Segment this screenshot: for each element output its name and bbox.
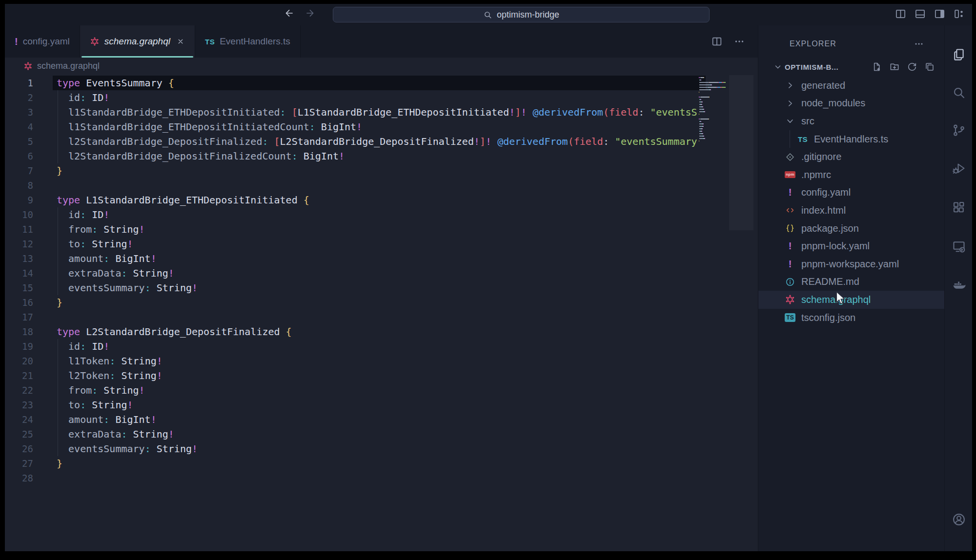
file-node-modules[interactable]: node_modules xyxy=(758,95,945,113)
code-line: l2StandardBridge_DepositFinalized: [L2St… xyxy=(53,134,706,149)
json-icon xyxy=(785,223,795,234)
file-config-yaml[interactable]: !config.yaml xyxy=(758,184,945,202)
code-line: from: String! xyxy=(53,383,706,398)
code-editor[interactable]: 1234567891011121314151617181920212223242… xyxy=(5,74,758,551)
code-line: } xyxy=(53,163,706,178)
ellipsis-icon[interactable] xyxy=(733,36,745,47)
code-line: id: ID! xyxy=(53,339,706,354)
code-content: type EventsSummary { id: ID! l1StandardB… xyxy=(53,76,706,485)
file-label: package.json xyxy=(801,223,859,234)
file-src[interactable]: src xyxy=(758,112,945,130)
file-label: node_modules xyxy=(801,98,865,109)
editor-scrollbar[interactable] xyxy=(729,75,753,230)
chevron-right-icon xyxy=(785,98,795,109)
code-line: eventsSummary: String! xyxy=(53,280,706,295)
file--npmrc[interactable]: npm.npmrc xyxy=(758,166,945,184)
search-icon xyxy=(952,85,966,100)
file-label: README.md xyxy=(801,276,859,287)
activity-remote-icon[interactable] xyxy=(945,236,972,257)
vscode-window: optimism-bridge !config.yamlschema.graph… xyxy=(5,4,972,551)
file-generated[interactable]: generated xyxy=(758,77,945,95)
file-label: .gitignore xyxy=(801,151,841,162)
search-value: optimism-bridge xyxy=(497,10,559,20)
breadcrumb[interactable]: schema.graphql xyxy=(5,58,758,74)
arrow-right-icon[interactable] xyxy=(305,7,316,19)
project-root-label: OPTIMISM-B... xyxy=(785,63,838,71)
ts-icon: TS xyxy=(205,38,215,46)
tab-config-yaml[interactable]: !config.yaml xyxy=(5,25,80,58)
tab-label: schema.graphql xyxy=(104,36,170,47)
split-editor-icon[interactable] xyxy=(895,8,907,20)
code-line: from: String! xyxy=(53,222,706,237)
file-index-html[interactable]: index.html xyxy=(758,201,945,220)
panel-bottom-icon[interactable] xyxy=(914,8,926,20)
arrow-left-icon[interactable] xyxy=(283,7,295,19)
collapse-all-icon[interactable] xyxy=(924,61,935,72)
file-label: index.html xyxy=(801,205,846,216)
layout-customize-icon[interactable] xyxy=(953,8,965,20)
search-icon xyxy=(483,10,492,20)
activity-docker-icon[interactable] xyxy=(945,275,972,296)
tab-eventhandlers-ts[interactable]: TSEventHandlers.ts xyxy=(195,25,301,58)
html-icon xyxy=(785,205,795,216)
file-pnpm-lock-yaml[interactable]: !pnpm-lock.yaml xyxy=(758,237,945,255)
explorer-sidebar: EXPLORER OPTIMISM-B... generatednode_mod… xyxy=(758,25,945,551)
activity-files-icon[interactable] xyxy=(945,44,972,65)
file-pnpm-workspace-yaml[interactable]: !pnpm-workspace.yaml xyxy=(758,255,945,273)
debug-icon xyxy=(952,161,966,176)
file-label: tsconfig.json xyxy=(801,312,855,323)
history-nav xyxy=(283,7,316,19)
chevron-down-icon[interactable] xyxy=(773,62,783,72)
file-schema-graphql[interactable]: schema.graphql xyxy=(758,291,945,309)
file-eventhandlers-ts[interactable]: TSEventHandlers.ts xyxy=(758,130,945,148)
chevron-right-icon xyxy=(785,80,795,91)
new-folder-icon[interactable] xyxy=(889,61,900,72)
file-tree: generatednode_modulessrcTSEventHandlers.… xyxy=(758,77,945,326)
code-line: } xyxy=(53,456,706,471)
code-line: eventsSummary: String! xyxy=(53,441,706,456)
code-line: amount: BigInt! xyxy=(53,412,706,427)
extensions-icon xyxy=(952,200,966,215)
ellipsis-icon[interactable] xyxy=(914,39,924,49)
activity-extensions-icon[interactable] xyxy=(945,197,972,218)
yaml-warning-icon: ! xyxy=(789,187,792,198)
activity-source-control-icon[interactable] xyxy=(945,120,972,141)
file-readme-md[interactable]: README.md xyxy=(758,273,945,291)
sidebar-right-icon[interactable] xyxy=(934,8,946,20)
file-label: EventHandlers.ts xyxy=(814,134,888,145)
split-editor-icon[interactable] xyxy=(711,36,723,47)
refresh-icon[interactable] xyxy=(907,61,917,72)
line-numbers: 1234567891011121314151617181920212223242… xyxy=(5,76,33,485)
code-line: l2Token: String! xyxy=(53,368,706,383)
file-package-json[interactable]: package.json xyxy=(758,220,945,238)
activity-search-icon[interactable] xyxy=(945,82,972,103)
project-root-row[interactable]: OPTIMISM-B... xyxy=(758,59,945,75)
tab-bar: !config.yamlschema.graphqlTSEventHandler… xyxy=(5,25,758,58)
ts-badge-icon: TS xyxy=(785,313,795,322)
close-icon[interactable] xyxy=(176,37,185,46)
editor-group: !config.yamlschema.graphqlTSEventHandler… xyxy=(5,25,758,551)
code-line xyxy=(53,178,706,193)
code-line: l1StandardBridge_ETHDepositInitiatedCoun… xyxy=(53,120,706,134)
file--gitignore[interactable]: .gitignore xyxy=(758,148,945,166)
code-line: amount: BigInt! xyxy=(53,251,706,266)
new-file-icon[interactable] xyxy=(872,61,882,72)
activity-account-icon[interactable] xyxy=(945,509,972,530)
minimap[interactable] xyxy=(699,77,727,145)
file-label: config.yaml xyxy=(801,187,851,198)
npm-icon: npm xyxy=(785,171,795,178)
tab-schema-graphql[interactable]: schema.graphql xyxy=(80,25,195,58)
code-line: extraData: String! xyxy=(53,427,706,441)
activity-debug-icon[interactable] xyxy=(945,158,972,179)
source-control-icon xyxy=(952,123,966,138)
yaml-warning-icon: ! xyxy=(789,240,792,252)
code-line: to: String! xyxy=(53,398,706,412)
explorer-title: EXPLORER xyxy=(790,40,836,48)
docker-icon xyxy=(952,278,966,293)
chevron-down-icon xyxy=(785,116,795,126)
account-icon xyxy=(952,512,966,527)
code-line: } xyxy=(53,295,706,310)
command-center-search[interactable]: optimism-bridge xyxy=(333,7,710,22)
file-tsconfig-json[interactable]: TStsconfig.json xyxy=(758,309,945,327)
code-line: id: ID! xyxy=(53,90,706,105)
